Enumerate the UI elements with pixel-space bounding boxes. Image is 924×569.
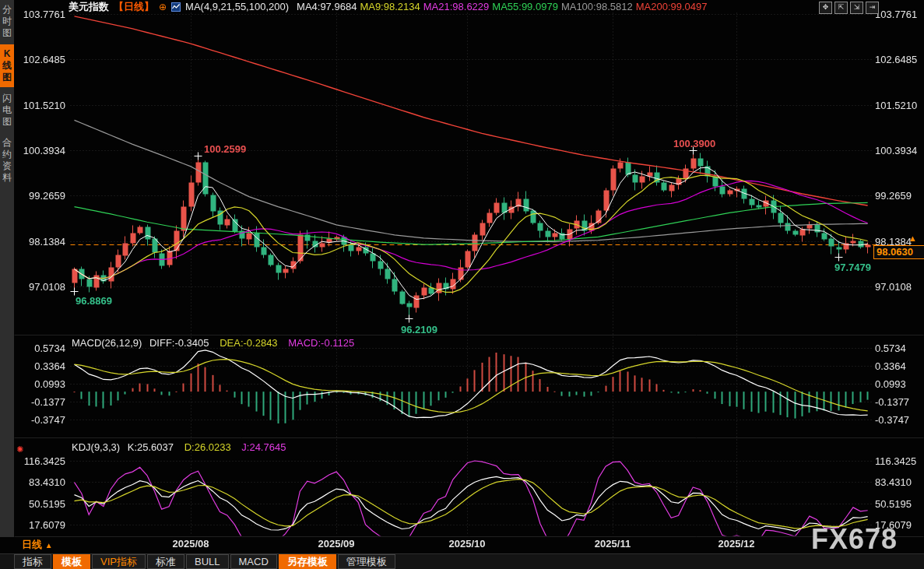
- ma-params-label: MA(4,9,21,55,100,200): [185, 1, 289, 12]
- price-extreme-label: 97.7479: [834, 262, 871, 273]
- toolbar-tab-MACD[interactable]: MACD: [230, 554, 277, 569]
- macd-title: MACD(26,12,9): [72, 337, 142, 349]
- macd-dea-value: DEA:-0.2843: [220, 337, 277, 349]
- kdj-k-value: K:25.6037: [128, 441, 174, 453]
- macd-axis-label-right: 0.3364: [875, 360, 906, 372]
- main-axis-label-right: 97.0108: [875, 281, 912, 293]
- period-arrow-icon: ▲: [45, 541, 53, 550]
- kdj-d-value: D:26.0233: [184, 441, 231, 453]
- header-toolbuttons: ✥⇱⇲⇥: [819, 2, 879, 14]
- kdj-axis-label-right: 116.3425: [875, 455, 916, 467]
- toolbar-tab-BULL[interactable]: BULL: [186, 554, 229, 569]
- bottom-toolbar: 指标模板VIP指标标准BULLMACD另存模板管理模板: [0, 553, 924, 569]
- fit-horizontal-icon[interactable]: ⇲: [850, 2, 863, 14]
- date-axis-label: 2025/11: [589, 538, 636, 550]
- period-label[interactable]: 日线 ▲: [22, 538, 53, 552]
- sidebar-item-闪电图[interactable]: 闪电图: [0, 89, 14, 132]
- kdj-title: KDJ(9,3,3): [72, 441, 120, 453]
- toolbar-tab-管理模板[interactable]: 管理模板: [338, 554, 395, 569]
- toolbar-tab-标准[interactable]: 标准: [147, 554, 184, 569]
- ma-value: MA55:99.0979: [492, 1, 558, 12]
- price-up-arrow-icon: ▲: [908, 234, 917, 243]
- ma-value: MA4:97.9684: [297, 1, 357, 12]
- macd-axis-label-right: 0.5734: [875, 342, 906, 354]
- toolbar-tab-VIP指标[interactable]: VIP指标: [92, 554, 146, 569]
- current-price-box: 98.0630: [873, 245, 924, 259]
- price-extreme-label: 100.3900: [673, 138, 715, 149]
- fit-vertical-icon[interactable]: ⇱: [834, 2, 848, 14]
- toolbar-tab-指标[interactable]: 指标: [14, 554, 51, 569]
- price-extreme-label: 96.8869: [76, 295, 112, 307]
- period-label-text: 日线: [22, 539, 42, 550]
- kdj-axis-label-right: 83.4310: [875, 476, 912, 488]
- ma-value: MA21:98.6229: [423, 1, 490, 12]
- symbol-title: 美元指数: [69, 0, 109, 14]
- main-axis-label-right: 99.2659: [875, 190, 912, 202]
- kdj-header: KDJ(9,3,3) K:25.6037 D:26.0233 J:24.7645: [72, 441, 286, 453]
- macd-header: MACD(26,12,9) DIFF:-0.3405 DEA:-0.2843 M…: [72, 337, 354, 349]
- main-axis-label-right: 102.6485: [875, 54, 917, 65]
- date-axis-label: 2025/10: [444, 538, 490, 550]
- price-extreme-label: 96.2109: [401, 324, 437, 335]
- ma-values: MA4:97.9684MA9:98.2134MA21:98.6229MA55:9…: [293, 1, 707, 12]
- shift-right-icon[interactable]: ⇥: [866, 2, 879, 14]
- macd-axis-label-right: -0.1377: [875, 396, 909, 408]
- kdj-axis-label-right: 50.5195: [875, 498, 912, 510]
- sidebar-item-分时图[interactable]: 分时图: [0, 0, 14, 43]
- main-axis-label-right: 101.5210: [875, 100, 917, 111]
- toolbar-tab-模板[interactable]: 模板: [53, 554, 90, 569]
- price-chart-canvas[interactable]: [0, 0, 924, 569]
- toolbar-tab-另存模板[interactable]: 另存模板: [279, 554, 336, 569]
- chart-icon: [171, 2, 181, 12]
- sidebar-item-合约资料[interactable]: 合约资料: [0, 133, 14, 188]
- ma-value: MA200:99.0497: [636, 1, 708, 12]
- price-extreme-label: 100.2599: [204, 143, 246, 155]
- ma-value: MA100:98.5812: [561, 1, 633, 12]
- chart-header: 美元指数 【日线】 ⊕ MA(4,9,21,55,100,200) MA4:97…: [69, 0, 707, 13]
- macd-macd-value: MACD:-0.1125: [288, 337, 354, 349]
- kdj-axis-label-right: 17.6079: [875, 519, 912, 531]
- trading-app: 103.7761103.7761102.6485102.6485101.5210…: [0, 0, 924, 569]
- macd-axis-label-right: 0.0993: [875, 378, 906, 390]
- pan-icon[interactable]: ✥: [819, 2, 832, 14]
- date-axis-label: 2025/12: [713, 538, 760, 550]
- sidebar-item-K线图[interactable]: K线图: [0, 44, 14, 87]
- alarm-icon[interactable]: ✺: [16, 444, 23, 455]
- period-tag[interactable]: 【日线】: [114, 0, 154, 14]
- macd-diff-value: DIFF:-0.3405: [149, 337, 209, 349]
- main-axis-label-right: 103.7761: [875, 9, 917, 20]
- date-axis-label: 2025/08: [167, 538, 214, 550]
- kdj-j-value: J:24.7645: [241, 441, 286, 453]
- date-axis-label: 2025/09: [313, 538, 360, 550]
- chart-type-sidebar: 分时图K线图闪电图合约资料: [0, 0, 14, 537]
- macd-axis-label-right: -0.3747: [875, 414, 909, 426]
- current-price-value: 98.0630: [877, 246, 913, 258]
- add-indicator-icon[interactable]: ⊕: [159, 2, 167, 12]
- main-axis-label-right: 100.3934: [875, 145, 917, 156]
- ma-value: MA9:98.2134: [360, 1, 420, 12]
